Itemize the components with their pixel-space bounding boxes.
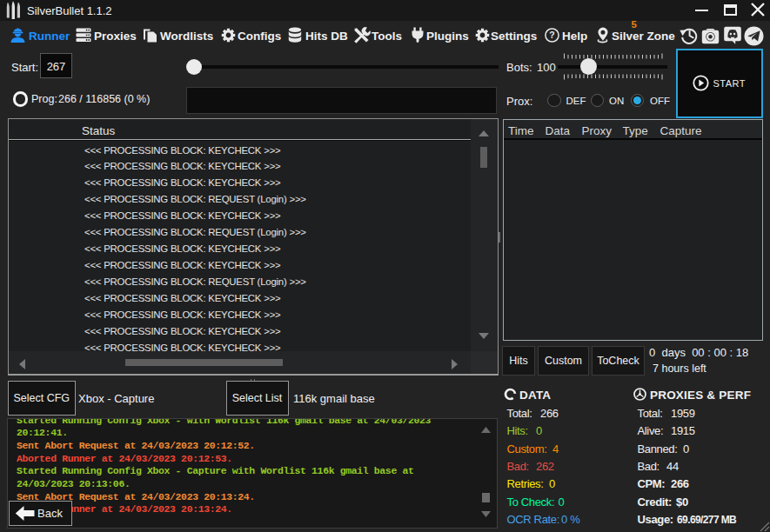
svg-text:?: ? bbox=[549, 30, 554, 40]
